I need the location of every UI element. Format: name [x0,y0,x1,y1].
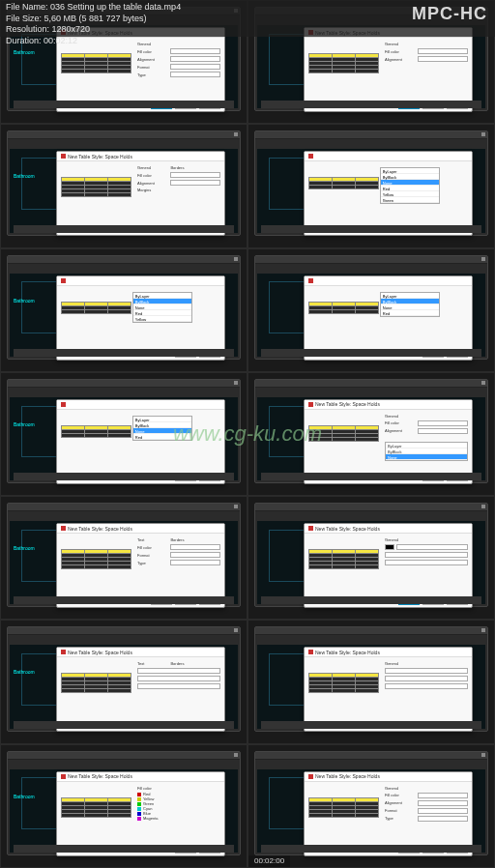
alignment-input[interactable] [170,56,220,62]
format-input[interactable] [170,64,220,70]
thumbnail-grid: Bathroom New Table Style: Space Holds [0,0,495,868]
table-preview [61,53,131,73]
app-name: MPC-HC [412,4,487,24]
timestamp-label: 00:02:00 [248,855,290,867]
fillcolor-input[interactable] [170,48,220,54]
color-list[interactable]: Red Yellow Green Cyan Blue Magenta [137,793,220,821]
dropdown-list[interactable]: ByLayer ByBlock None Red Yellow Green [380,167,440,204]
type-input[interactable] [170,72,220,77]
info-overlay: File Name: 036 Setting up the table data… [0,0,495,37]
